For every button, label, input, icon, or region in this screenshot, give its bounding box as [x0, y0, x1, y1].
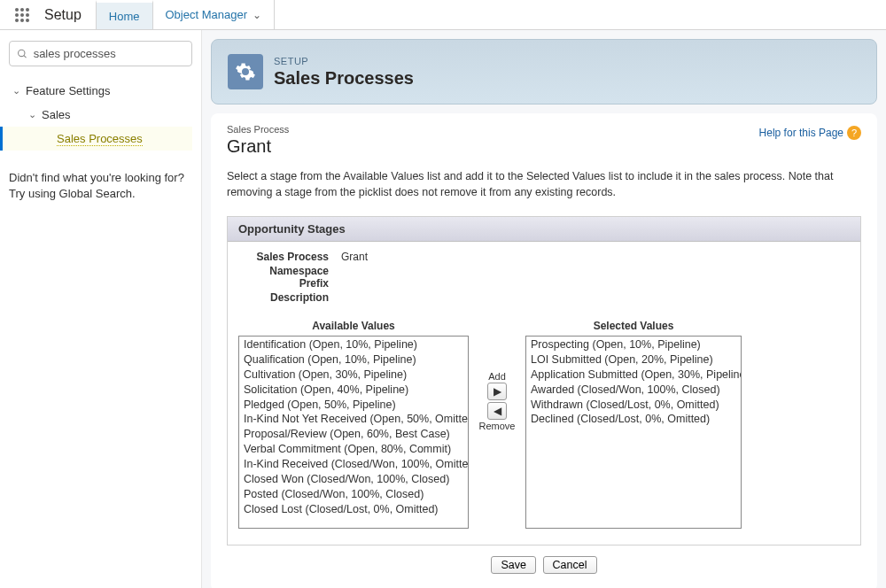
- svg-point-5: [26, 13, 29, 17]
- chevron-down-icon: ⌄: [253, 9, 261, 21]
- setup-title: Setup: [44, 0, 96, 29]
- list-item[interactable]: Proposal/Review (Open, 60%, Best Case): [240, 427, 467, 442]
- svg-point-3: [15, 13, 19, 17]
- opportunity-stages-panel: Opportunity Stages Sales Process Grant N…: [227, 216, 861, 545]
- list-item[interactable]: Declined (Closed/Lost, 0%, Omitted): [527, 412, 740, 427]
- meta-label-namespace-prefix: Namespace Prefix: [238, 265, 341, 290]
- opportunity-stages-header: Opportunity Stages: [228, 217, 860, 242]
- list-item[interactable]: Solicitation (Open, 40%, Pipeline): [240, 383, 467, 398]
- caret-down-icon: ⌄: [12, 85, 20, 97]
- sidebar-search[interactable]: [9, 41, 192, 66]
- search-icon: [17, 48, 28, 60]
- cancel-button[interactable]: Cancel: [543, 556, 597, 574]
- list-item[interactable]: Qualification (Open, 10%, Pipeline): [240, 352, 467, 368]
- tab-object-manager-label: Object Manager: [166, 8, 248, 21]
- add-label: Add: [488, 371, 506, 382]
- list-item[interactable]: Application Submitted (Open, 30%, Pipeli…: [527, 368, 740, 383]
- sidebar-search-input[interactable]: [34, 47, 184, 60]
- list-item[interactable]: Posted (Closed/Won, 100%, Closed): [240, 487, 467, 502]
- sidebar-item-label: Feature Settings: [26, 84, 110, 97]
- tab-object-manager[interactable]: Object Manager ⌄: [153, 0, 276, 29]
- list-item[interactable]: Closed Lost (Closed/Lost, 0%, Omitted): [240, 502, 467, 517]
- list-item[interactable]: In-Kind Not Yet Received (Open, 50%, Omi…: [240, 412, 467, 427]
- caret-down-icon: ⌄: [28, 109, 36, 120]
- tab-home-label: Home: [109, 10, 140, 23]
- list-item[interactable]: Pledged (Open, 50%, Pipeline): [240, 398, 467, 413]
- tab-home[interactable]: Home: [96, 0, 153, 29]
- dual-listbox: Available Values Identification (Open, 1…: [228, 311, 860, 545]
- selected-values-list[interactable]: Prospecting (Open, 10%, Pipeline)LOI Sub…: [525, 336, 742, 529]
- svg-point-4: [20, 13, 24, 17]
- add-button[interactable]: ▶: [487, 383, 507, 400]
- selected-values-label: Selected Values: [594, 320, 674, 332]
- page-eyebrow: SETUP: [274, 56, 414, 66]
- sidebar-leaf-label: Sales Processes: [57, 132, 143, 146]
- list-item[interactable]: Awarded (Closed/Won, 100%, Closed): [527, 383, 740, 398]
- svg-line-10: [24, 55, 27, 58]
- svg-point-6: [15, 19, 19, 22]
- top-bar: Setup Home Object Manager ⌄: [0, 0, 886, 30]
- remove-label: Remove: [479, 421, 516, 431]
- save-button[interactable]: Save: [491, 556, 536, 574]
- list-item[interactable]: Cultivation (Open, 30%, Pipeline): [240, 368, 467, 383]
- list-item[interactable]: Withdrawn (Closed/Lost, 0%, Omitted): [527, 398, 740, 413]
- remove-button[interactable]: ◀: [487, 402, 507, 420]
- available-values-label: Available Values: [312, 320, 395, 332]
- list-item[interactable]: In-Kind Received (Closed/Won, 100%, Omit…: [240, 457, 467, 472]
- sidebar-item-label: Sales: [42, 108, 71, 121]
- page-header: SETUP Sales Processes: [211, 39, 877, 104]
- list-item[interactable]: Identification (Open, 10%, Pipeline): [240, 337, 467, 352]
- meta-label-description: Description: [238, 291, 341, 304]
- list-item[interactable]: Closed Won (Closed/Won, 100%, Closed): [240, 472, 467, 487]
- list-item[interactable]: LOI Submitted (Open, 20%, Pipeline): [527, 352, 740, 368]
- list-item[interactable]: Prospecting (Open, 10%, Pipeline): [527, 337, 740, 352]
- main-content: SETUP Sales Processes Help for this Page…: [202, 30, 886, 588]
- svg-point-2: [26, 8, 29, 12]
- meta-value-sales-process: Grant: [341, 251, 368, 263]
- sidebar-item-sales-processes[interactable]: Sales Processes: [0, 127, 192, 151]
- meta-label-sales-process: Sales Process: [238, 251, 341, 263]
- page-title: Sales Processes: [274, 68, 414, 89]
- svg-point-0: [15, 8, 19, 12]
- svg-point-8: [26, 19, 29, 22]
- description-text: Select a stage from the Available Values…: [227, 169, 861, 200]
- sidebar-item-feature-settings[interactable]: ⌄ Feature Settings: [9, 79, 192, 103]
- app-launcher-icon[interactable]: [0, 0, 44, 29]
- sidebar: ⌄ Feature Settings ⌄ Sales Sales Process…: [0, 30, 202, 588]
- sidebar-help-text: Didn't find what you're looking for? Try…: [9, 170, 192, 202]
- help-icon: ?: [847, 126, 861, 140]
- content-panel: Help for this Page ? Sales Process Grant…: [211, 113, 877, 588]
- list-item[interactable]: Verbal Commitment (Open, 80%, Commit): [240, 442, 467, 457]
- svg-point-7: [20, 19, 24, 22]
- action-row: Save Cancel: [227, 545, 861, 574]
- sidebar-item-sales[interactable]: ⌄ Sales: [9, 103, 192, 127]
- help-for-this-page-link[interactable]: Help for this Page ?: [759, 126, 861, 140]
- available-values-list[interactable]: Identification (Open, 10%, Pipeline)Qual…: [238, 336, 469, 529]
- svg-point-9: [19, 50, 25, 56]
- gear-icon: [228, 54, 263, 89]
- svg-point-1: [20, 8, 24, 12]
